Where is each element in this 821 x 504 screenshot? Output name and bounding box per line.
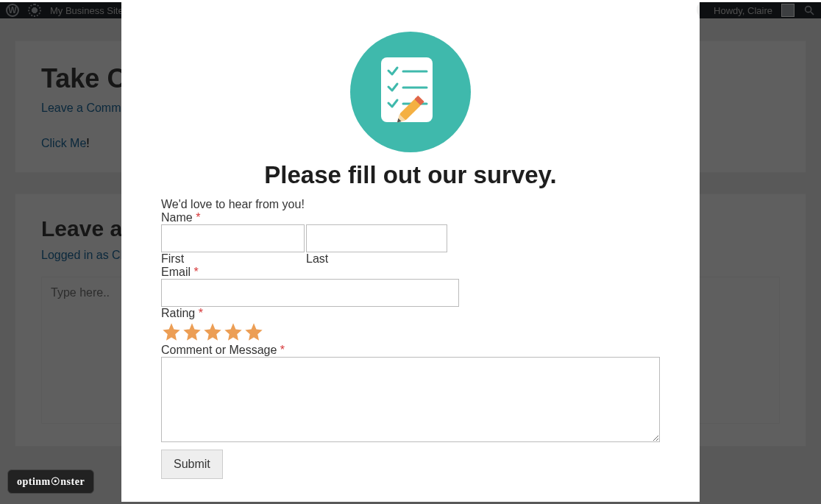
name-label: Name * xyxy=(161,211,660,224)
rating-label: Rating * xyxy=(161,307,660,320)
close-button[interactable]: ✕ xyxy=(697,2,700,20)
last-name-sublabel: Last xyxy=(306,252,447,266)
star-icon[interactable] xyxy=(161,322,182,342)
modal-intro: We'd love to hear from you! xyxy=(161,198,660,211)
comment-textarea[interactable] xyxy=(161,357,660,442)
modal-title: Please fill out our survey. xyxy=(161,161,660,189)
survey-icon-wrap xyxy=(161,32,660,152)
badge-text: optinm☉nster xyxy=(17,476,85,487)
required-mark: * xyxy=(199,307,203,319)
star-icon[interactable] xyxy=(202,322,223,342)
optinmonster-badge[interactable]: optinm☉nster xyxy=(7,469,94,494)
last-name-input[interactable] xyxy=(306,224,447,252)
required-mark: * xyxy=(196,211,200,224)
comment-label: Comment or Message * xyxy=(161,344,660,357)
first-name-input[interactable] xyxy=(161,224,305,252)
survey-icon xyxy=(350,32,471,152)
submit-button[interactable]: Submit xyxy=(161,450,223,479)
star-icon[interactable] xyxy=(223,322,244,342)
email-input[interactable] xyxy=(161,279,459,307)
email-label: Email * xyxy=(161,266,660,279)
survey-modal: ✕ Please fill out our survey. We'd xyxy=(121,2,700,502)
required-mark: * xyxy=(280,344,285,356)
rating-stars xyxy=(161,322,660,342)
star-icon[interactable] xyxy=(182,322,202,342)
required-mark: * xyxy=(193,266,198,278)
star-icon[interactable] xyxy=(244,322,264,342)
first-name-sublabel: First xyxy=(161,252,305,266)
